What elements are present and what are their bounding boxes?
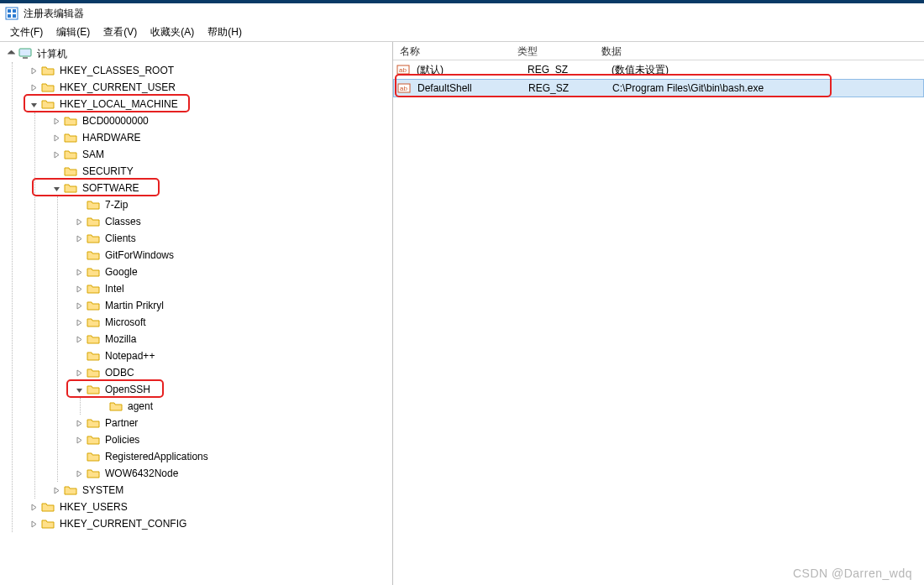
tree-node-wow6432[interactable]: WOW6432Node: [73, 465, 391, 482]
tree-label: HKEY_CURRENT_USER: [58, 81, 177, 94]
tree-label: WOW6432Node: [103, 467, 180, 480]
tree-label: HARDWARE: [81, 131, 143, 144]
value-data: C:\Program Files\Git\bin\bash.exe: [609, 82, 923, 94]
tree-node-mozilla[interactable]: Mozilla: [73, 331, 391, 347]
tree-node-hkcr[interactable]: HKEY_CLASSES_ROOT: [28, 62, 391, 79]
string-value-icon: ab: [397, 81, 411, 95]
column-header-name[interactable]: 名称: [393, 42, 511, 60]
folder-icon: [41, 97, 55, 111]
tree-node-odbc[interactable]: ODBC: [73, 364, 391, 381]
caret-icon[interactable]: [73, 232, 85, 244]
tree-label: Mozilla: [103, 332, 138, 346]
content-area: 计算机 HKEY_CLASSES_ROOT HKEY_CURRENT_USER: [0, 42, 924, 585]
caret-icon[interactable]: [50, 484, 62, 496]
tree-node-computer[interactable]: 计算机: [5, 45, 391, 62]
column-header-type[interactable]: 类型: [511, 42, 595, 60]
tree-node-gitforwindows[interactable]: GitForWindows: [73, 247, 391, 264]
caret-icon[interactable]: [73, 384, 85, 395]
column-header-data[interactable]: 数据: [595, 42, 924, 60]
registry-tree: 计算机 HKEY_CLASSES_ROOT HKEY_CURRENT_USER: [0, 44, 392, 534]
tree-label: Classes: [103, 215, 143, 228]
tree-node-classes[interactable]: Classes: [73, 213, 391, 230]
tree-node-google[interactable]: Google: [73, 264, 391, 280]
tree-label: Intel: [103, 282, 126, 295]
tree-label: SOFTWARE: [81, 181, 141, 195]
caret-icon[interactable]: [28, 65, 39, 76]
tree-label: Notepad++: [103, 349, 156, 363]
tree-node-hkcc[interactable]: HKEY_CURRENT_CONFIG: [28, 515, 391, 532]
tree-pane[interactable]: 计算机 HKEY_CLASSES_ROOT HKEY_CURRENT_USER: [0, 42, 393, 585]
value-type: REG_SZ: [524, 64, 608, 76]
tree-node-policies[interactable]: Policies: [73, 431, 391, 448]
tree-node-hklm[interactable]: HKEY_LOCAL_MACHINE: [28, 96, 391, 112]
tree-node-openssh[interactable]: OpenSSH: [73, 381, 391, 398]
tree-node-partner[interactable]: Partner: [73, 415, 391, 431]
menu-view[interactable]: 查看(V): [97, 24, 144, 41]
tree-label: Partner: [103, 416, 139, 430]
tree-node-agent[interactable]: agent: [96, 398, 391, 415]
values-pane[interactable]: 名称 类型 数据 ab (默认) REG_SZ (数值未设置) ab Defau…: [393, 42, 924, 585]
caret-icon[interactable]: [73, 467, 85, 479]
value-data: (数值未设置): [608, 63, 924, 77]
value-row-default[interactable]: ab (默认) REG_SZ (数值未设置): [393, 60, 924, 79]
caret-icon[interactable]: [73, 283, 85, 295]
tree-node-security[interactable]: SECURITY: [50, 163, 391, 180]
menu-file[interactable]: 文件(F): [3, 24, 50, 41]
tree-node-system[interactable]: SYSTEM: [50, 482, 391, 499]
folder-icon: [87, 282, 100, 295]
caret-icon[interactable]: [73, 266, 85, 278]
menu-edit[interactable]: 编辑(E): [50, 24, 97, 41]
folder-icon: [87, 416, 100, 430]
tree-label: HKEY_CLASSES_ROOT: [58, 64, 176, 77]
folder-icon: [87, 299, 100, 312]
caret-icon[interactable]: [50, 182, 62, 194]
tree-node-registeredapps[interactable]: RegisteredApplications: [73, 448, 391, 465]
caret-icon[interactable]: [28, 518, 39, 530]
caret-icon[interactable]: [50, 149, 62, 160]
tree-label: Clients: [103, 232, 138, 245]
tree-node-notepadpp[interactable]: Notepad++: [73, 347, 391, 364]
caret-icon[interactable]: [73, 367, 85, 379]
tree-label: SYSTEM: [81, 483, 125, 497]
value-row-defaultshell[interactable]: ab DefaultShell REG_SZ C:\Program Files\…: [393, 79, 924, 97]
caret-icon[interactable]: [28, 98, 39, 110]
caret-icon[interactable]: [5, 48, 17, 60]
value-name: (默认): [413, 63, 524, 77]
value-name: DefaultShell: [414, 82, 525, 94]
caret-icon[interactable]: [73, 316, 85, 328]
tree-label: HKEY_LOCAL_MACHINE: [58, 97, 180, 111]
tree-node-bcd[interactable]: BCD00000000: [50, 112, 391, 129]
caret-icon[interactable]: [50, 115, 62, 127]
tree-node-intel[interactable]: Intel: [73, 280, 391, 297]
tree-node-sam[interactable]: SAM: [50, 146, 391, 163]
tree-node-hkcu[interactable]: HKEY_CURRENT_USER: [28, 79, 391, 96]
menu-favorites[interactable]: 收藏夹(A): [144, 24, 201, 41]
menu-help[interactable]: 帮助(H): [201, 24, 249, 41]
caret-icon[interactable]: [50, 132, 62, 144]
caret-icon[interactable]: [73, 333, 85, 345]
title-bar: 注册表编辑器: [0, 0, 924, 24]
caret-icon[interactable]: [28, 501, 39, 513]
caret-icon[interactable]: [28, 81, 39, 93]
tree-label: Microsoft: [103, 316, 148, 329]
caret-icon[interactable]: [73, 417, 85, 429]
tree-node-microsoft[interactable]: Microsoft: [73, 314, 391, 331]
folder-icon: [41, 500, 55, 514]
caret-icon[interactable]: [73, 300, 85, 311]
tree-label: HKEY_USERS: [58, 500, 129, 514]
folder-icon: [64, 131, 77, 144]
folder-icon: [64, 114, 77, 128]
tree-node-7zip[interactable]: 7-Zip: [73, 196, 391, 213]
folder-icon: [87, 467, 100, 480]
caret-icon[interactable]: [73, 216, 85, 227]
svg-rect-3: [8, 14, 11, 18]
folder-icon: [87, 215, 100, 228]
tree-label: GitForWindows: [103, 248, 176, 262]
tree-node-hardware[interactable]: HARDWARE: [50, 129, 391, 146]
folder-icon: [87, 366, 100, 379]
tree-node-software[interactable]: SOFTWARE: [50, 180, 391, 196]
tree-node-hku[interactable]: HKEY_USERS: [28, 499, 391, 515]
tree-node-martinprikryl[interactable]: Martin Prikryl: [73, 297, 391, 314]
caret-icon[interactable]: [73, 434, 85, 446]
tree-node-clients[interactable]: Clients: [73, 230, 391, 247]
